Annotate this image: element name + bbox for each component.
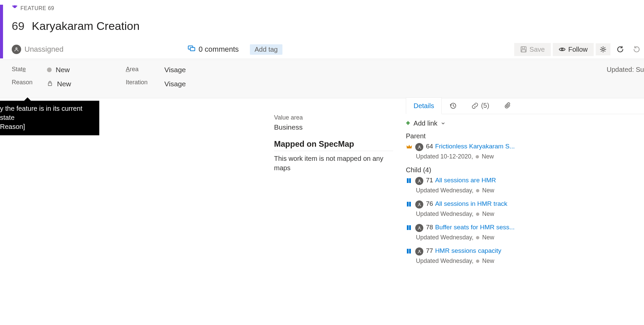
save-label: Save — [530, 46, 545, 53]
child-link-item[interactable]: 76 All sessions in HMR track — [406, 200, 644, 208]
tab-history[interactable] — [442, 97, 464, 114]
lock-icon — [47, 80, 53, 88]
child-title[interactable]: All sessions are HMR — [435, 177, 496, 184]
undo-icon — [633, 46, 640, 53]
state-dot-icon — [476, 236, 479, 239]
state-dot-icon — [476, 213, 479, 216]
child-heading: Child (4) — [406, 166, 644, 174]
unassigned-avatar-icon — [415, 247, 423, 256]
unassigned-avatar-icon — [415, 177, 423, 185]
state-field-value[interactable]: New — [47, 66, 126, 74]
state-text: New — [56, 66, 70, 74]
add-link-label: Add link — [414, 120, 437, 127]
links-count: (5) — [481, 102, 489, 109]
parent-id: 64 — [426, 143, 433, 150]
user-story-icon — [406, 201, 413, 208]
state-dot-icon — [476, 189, 479, 192]
epic-icon — [406, 144, 413, 151]
assignee-text: Unassigned — [24, 45, 63, 54]
link-icon — [472, 102, 478, 109]
tab-details[interactable]: Details — [406, 97, 442, 114]
state-dot-icon — [476, 155, 479, 158]
specmap-heading: Mapped on SpecMap — [274, 139, 393, 151]
area-field-label: Area — [126, 66, 164, 73]
comments-count: 0 comments — [199, 45, 239, 54]
reason-field-label: Reason — [12, 79, 47, 86]
history-icon — [449, 102, 456, 109]
follow-label: Follow — [568, 46, 588, 53]
chevron-down-icon — [441, 121, 445, 126]
refresh-icon — [616, 46, 623, 53]
save-button: Save — [514, 43, 551, 56]
child-link-item[interactable]: 78 Buffer seats for HMR sess... — [406, 224, 644, 232]
settings-button[interactable] — [596, 43, 610, 55]
follow-button[interactable]: Follow — [553, 43, 594, 56]
child-link-item[interactable]: 77 HMR sessions capacity — [406, 247, 644, 256]
assignee-picker[interactable]: Unassigned — [12, 45, 63, 54]
area-field-value[interactable]: Visage — [164, 66, 186, 74]
follow-icon — [559, 46, 566, 53]
child-substatus: Updated Wednesday,New — [406, 211, 644, 218]
parent-title[interactable]: Frictionless Karyakaram S... — [435, 143, 515, 150]
right-pane: Details (5) + Add link Parent 64 Frictio… — [406, 97, 644, 271]
feature-icon — [12, 5, 18, 12]
parent-heading: Parent — [406, 132, 644, 140]
state-dot-icon — [476, 260, 479, 263]
details-middle-column: Value area Business Mapped on SpecMap Th… — [274, 114, 393, 173]
user-story-icon — [406, 248, 413, 255]
reason-field-value[interactable]: New — [47, 80, 126, 88]
iteration-field-value[interactable]: Visage — [164, 80, 186, 88]
tab-attachments[interactable] — [497, 97, 519, 114]
state-section: State Reason New New Area Iteration Visa… — [0, 59, 644, 98]
undo-button — [629, 43, 644, 55]
child-title[interactable]: All sessions in HMR track — [435, 200, 507, 207]
refresh-button[interactable] — [612, 43, 627, 55]
user-story-icon — [406, 225, 413, 232]
specmap-body: This work item is not mapped on any maps — [274, 154, 393, 173]
attachment-icon — [505, 102, 512, 109]
parent-substatus: Updated 10-12-2020, New — [406, 153, 644, 160]
work-item-type: FEATURE 69 — [20, 5, 54, 11]
user-story-icon — [406, 178, 413, 185]
child-substatus: Updated Wednesday,New — [406, 187, 644, 194]
comments-indicator[interactable]: 0 comments — [188, 45, 239, 54]
value-area-label: Value area — [274, 114, 393, 121]
content-area: Value area Business Mapped on SpecMap Th… — [0, 114, 644, 325]
gear-icon — [600, 46, 606, 53]
add-link-button[interactable]: + Add link — [406, 119, 644, 128]
unassigned-avatar-icon — [415, 224, 423, 232]
work-item-id: 69 — [12, 19, 24, 33]
child-id: 71 — [426, 177, 433, 184]
child-substatus: Updated Wednesday,New — [406, 258, 644, 265]
updated-hint: Updated: Su — [607, 66, 644, 74]
state-field-label: State — [12, 66, 47, 73]
work-item-title[interactable]: Karyakaram Creation — [32, 19, 140, 33]
iteration-field-label: Iteration — [126, 79, 164, 86]
action-bar: Save Follow — [514, 43, 644, 56]
parent-link-item[interactable]: 64 Frictionless Karyakaram S... — [406, 143, 644, 151]
reason-text: New — [57, 80, 71, 88]
child-title[interactable]: Buffer seats for HMR sess... — [435, 224, 515, 231]
child-id: 76 — [426, 200, 433, 207]
child-id: 78 — [426, 224, 433, 231]
state-dot-icon — [47, 67, 52, 72]
comments-icon — [188, 45, 195, 54]
save-icon — [520, 46, 527, 53]
unassigned-avatar-icon — [415, 143, 423, 151]
unassigned-avatar-icon — [12, 45, 21, 54]
add-tag-button[interactable]: Add tag — [250, 44, 282, 55]
work-item-header: FEATURE 69 69 Karyakaram Creation — [12, 5, 644, 33]
child-id: 77 — [426, 247, 433, 254]
child-substatus: Updated Wednesday,New — [406, 234, 644, 241]
child-link-item[interactable]: 71 All sessions are HMR — [406, 177, 644, 185]
meta-bar: Unassigned 0 comments Add tag Save Follo… — [12, 40, 644, 59]
child-title[interactable]: HMR sessions capacity — [435, 247, 501, 254]
right-pane-tabs: Details (5) — [406, 97, 644, 114]
accent-bar — [0, 5, 3, 58]
plus-icon: + — [406, 119, 410, 128]
value-area-value[interactable]: Business — [274, 123, 393, 131]
tab-links[interactable]: (5) — [464, 97, 497, 114]
unassigned-avatar-icon — [415, 200, 423, 208]
